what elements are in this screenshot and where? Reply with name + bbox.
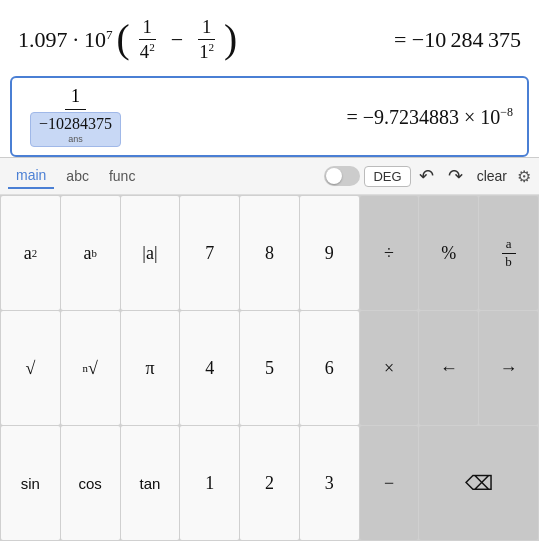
minus-sign-1: − <box>171 27 183 53</box>
key-sin[interactable]: sin <box>1 426 60 540</box>
key-divide[interactable]: ÷ <box>360 196 419 310</box>
ans-box: −10284375 ans <box>30 112 121 147</box>
keys-grid: a2 ab |a| 7 8 9 ÷ % a b √ n√ π 4 5 6 × ←… <box>0 195 539 541</box>
close-paren: ) <box>224 20 237 60</box>
key-3[interactable]: 3 <box>300 426 359 540</box>
fraction-2: 1 12 <box>195 16 218 63</box>
key-cos[interactable]: cos <box>61 426 120 540</box>
key-fraction[interactable]: a b <box>479 196 538 310</box>
key-5[interactable]: 5 <box>240 311 299 425</box>
key-7[interactable]: 7 <box>180 196 239 310</box>
input-frac-num: 1 <box>65 86 86 110</box>
key-multiply[interactable]: × <box>360 311 419 425</box>
key-tan[interactable]: tan <box>121 426 180 540</box>
toggle-button[interactable] <box>324 166 360 186</box>
key-6[interactable]: 6 <box>300 311 359 425</box>
key-nth-root[interactable]: n√ <box>61 311 120 425</box>
key-abs[interactable]: |a| <box>121 196 180 310</box>
key-a-squared[interactable]: a2 <box>1 196 60 310</box>
redo-button[interactable]: ↷ <box>444 163 467 189</box>
input-frac-den: −10284375 ans <box>26 110 125 147</box>
input-box[interactable]: 1 −10284375 ans = −9.7234883 × 10−8 <box>10 76 529 157</box>
frac2-num: 1 <box>198 16 215 40</box>
main-expression: 1.097 · 107 ( 1 42 − 1 12 ) = −10 284 37… <box>18 10 521 70</box>
coefficient: 1.097 · 107 <box>18 27 113 53</box>
keyboard-tabs: main abc func DEG ↶ ↷ clear ⚙ <box>0 157 539 195</box>
main-result: = −10 284 375 <box>394 27 521 53</box>
open-paren: ( <box>117 20 130 60</box>
frac2-den: 12 <box>195 40 218 63</box>
input-left: 1 −10284375 ans <box>26 86 125 147</box>
key-backspace[interactable]: ⌫ <box>419 426 538 540</box>
frac1-den-exp: 2 <box>149 41 155 53</box>
tab-main[interactable]: main <box>8 163 54 189</box>
key-8[interactable]: 8 <box>240 196 299 310</box>
key-sqrt[interactable]: √ <box>1 311 60 425</box>
key-left-arrow[interactable]: ← <box>419 311 478 425</box>
key-2[interactable]: 2 <box>240 426 299 540</box>
fraction-1: 1 42 <box>136 16 159 63</box>
undo-redo-group: ↶ ↷ <box>415 163 467 189</box>
keyboard: main abc func DEG ↶ ↷ clear ⚙ a2 ab |a| … <box>0 157 539 541</box>
display-area: 1.097 · 107 ( 1 42 − 1 12 ) = −10 284 37… <box>0 0 539 76</box>
ans-value: −10284375 <box>39 115 112 133</box>
toggle-knob <box>326 168 342 184</box>
settings-button[interactable]: ⚙ <box>517 167 531 186</box>
frac1-den: 42 <box>136 40 159 63</box>
frac1-num: 1 <box>139 16 156 40</box>
key-minus[interactable]: − <box>360 426 419 540</box>
tab-abc[interactable]: abc <box>58 164 97 188</box>
result-exp: −8 <box>500 105 513 119</box>
frac2-den-exp: 2 <box>209 41 215 53</box>
key-pi[interactable]: π <box>121 311 180 425</box>
key-a-to-b[interactable]: ab <box>61 196 120 310</box>
key-percent[interactable]: % <box>419 196 478 310</box>
undo-button[interactable]: ↶ <box>415 163 438 189</box>
input-result: = −9.7234883 × 10−8 <box>346 105 513 129</box>
key-right-arrow[interactable]: → <box>479 311 538 425</box>
ans-label: ans <box>68 134 83 144</box>
key-1[interactable]: 1 <box>180 426 239 540</box>
exp-7: 7 <box>106 27 113 42</box>
deg-button[interactable]: DEG <box>364 166 410 187</box>
key-9[interactable]: 9 <box>300 196 359 310</box>
clear-button[interactable]: clear <box>471 166 513 186</box>
key-4[interactable]: 4 <box>180 311 239 425</box>
input-fraction: 1 −10284375 ans <box>26 86 125 147</box>
tab-func[interactable]: func <box>101 164 143 188</box>
